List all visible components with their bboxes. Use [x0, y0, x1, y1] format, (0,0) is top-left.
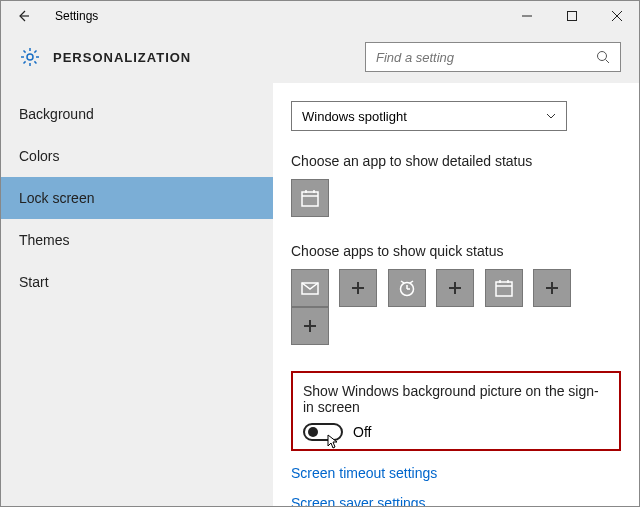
detailed-status-app[interactable] [291, 179, 329, 217]
sidebar: Background Colors Lock screen Themes Sta… [1, 83, 273, 507]
svg-point-13 [598, 52, 607, 61]
svg-rect-32 [496, 282, 512, 296]
app-title: Settings [55, 9, 504, 23]
search-box[interactable] [365, 42, 621, 72]
svg-line-12 [34, 51, 36, 53]
plus-icon [300, 316, 320, 336]
signin-picture-label: Show Windows background picture on the s… [303, 383, 609, 415]
minimize-button[interactable] [504, 1, 549, 31]
sidebar-item-lock-screen[interactable]: Lock screen [1, 177, 273, 219]
quick-status-app-calendar[interactable] [485, 269, 523, 307]
svg-line-9 [24, 51, 26, 53]
back-button[interactable] [9, 2, 37, 30]
quick-status-row [291, 269, 621, 345]
toggle-state-text: Off [353, 424, 371, 440]
search-icon [596, 50, 610, 64]
detailed-status-label: Choose an app to show detailed status [291, 153, 621, 169]
titlebar: Settings [1, 1, 639, 31]
svg-line-14 [606, 60, 610, 64]
content: Background Colors Lock screen Themes Sta… [1, 83, 639, 507]
calendar-icon [300, 188, 320, 208]
page-title: PERSONALIZATION [53, 50, 365, 65]
plus-icon [348, 278, 368, 298]
signin-picture-section: Show Windows background picture on the s… [291, 371, 621, 451]
window-controls [504, 1, 639, 31]
signin-picture-toggle-row: Off [303, 423, 609, 441]
svg-line-29 [410, 281, 413, 283]
toggle-knob [308, 427, 318, 437]
sidebar-item-label: Lock screen [19, 190, 94, 206]
quick-status-app-add[interactable] [533, 269, 571, 307]
sidebar-item-label: Colors [19, 148, 59, 164]
maximize-button[interactable] [549, 1, 594, 31]
minimize-icon [522, 11, 532, 21]
quick-status-app-add[interactable] [291, 307, 329, 345]
quick-status-app-add[interactable] [339, 269, 377, 307]
svg-rect-15 [302, 192, 318, 206]
header: PERSONALIZATION [1, 31, 639, 83]
plus-icon [445, 278, 465, 298]
signin-picture-toggle[interactable] [303, 423, 343, 441]
svg-line-28 [401, 281, 404, 283]
sidebar-item-label: Background [19, 106, 94, 122]
quick-status-app-alarm[interactable] [388, 269, 426, 307]
plus-icon [542, 278, 562, 298]
back-arrow-icon [16, 9, 30, 23]
gear-icon [19, 46, 41, 68]
main-panel: Windows spotlight Choose an app to show … [273, 83, 639, 507]
quick-status-label: Choose apps to show quick status [291, 243, 621, 259]
sidebar-item-themes[interactable]: Themes [1, 219, 273, 261]
sidebar-item-label: Themes [19, 232, 70, 248]
background-dropdown[interactable]: Windows spotlight [291, 101, 567, 131]
svg-line-11 [24, 61, 26, 63]
chevron-down-icon [546, 113, 556, 119]
dropdown-value: Windows spotlight [302, 109, 407, 124]
sidebar-item-start[interactable]: Start [1, 261, 273, 303]
sidebar-item-label: Start [19, 274, 49, 290]
alarm-icon [397, 278, 417, 298]
sidebar-item-background[interactable]: Background [1, 93, 273, 135]
svg-rect-1 [567, 12, 576, 21]
screen-saver-link[interactable]: Screen saver settings [291, 495, 621, 507]
svg-point-4 [27, 54, 33, 60]
close-icon [612, 11, 622, 21]
close-button[interactable] [594, 1, 639, 31]
mail-icon [300, 278, 320, 298]
quick-status-app-mail[interactable] [291, 269, 329, 307]
quick-status-app-add[interactable] [436, 269, 474, 307]
search-input[interactable] [376, 50, 596, 65]
calendar-icon [494, 278, 514, 298]
maximize-icon [567, 11, 577, 21]
sidebar-item-colors[interactable]: Colors [1, 135, 273, 177]
screen-timeout-link[interactable]: Screen timeout settings [291, 465, 621, 481]
detailed-status-row [291, 179, 621, 217]
svg-line-10 [34, 61, 36, 63]
